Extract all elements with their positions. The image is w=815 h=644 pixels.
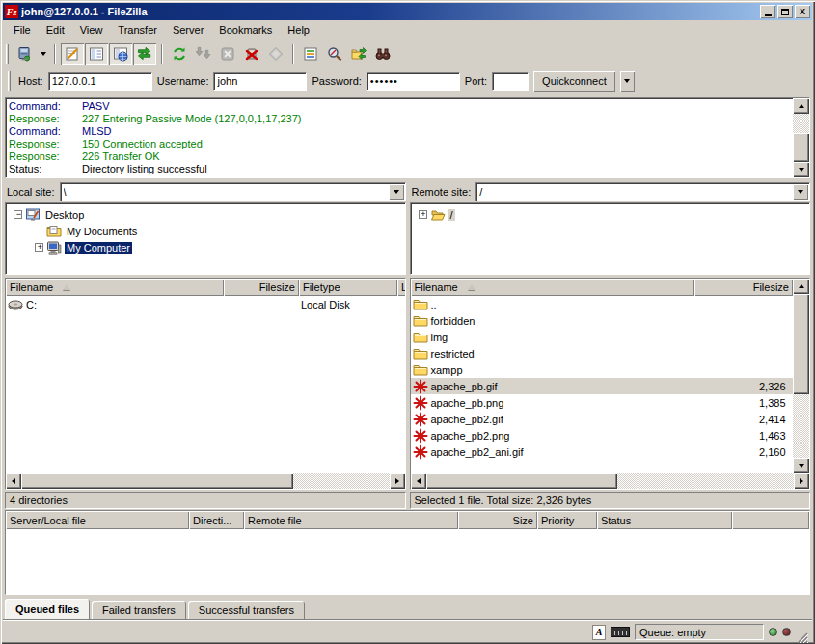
local-site-dropdown-button[interactable] xyxy=(389,184,404,200)
file-row-c-drive[interactable]: C: Local Disk xyxy=(6,296,405,312)
resize-grip[interactable] xyxy=(796,631,808,643)
username-input[interactable] xyxy=(213,72,307,91)
file-row[interactable]: apache_pb2.png1,463 xyxy=(411,427,794,443)
column-filename[interactable]: Filename xyxy=(6,279,224,296)
tab-failed-transfers[interactable]: Failed transfers xyxy=(92,601,186,619)
process-queue-button[interactable] xyxy=(192,43,215,65)
menu-help[interactable]: Help xyxy=(280,21,317,40)
file-row[interactable]: xampp xyxy=(411,362,794,378)
column-remote-file[interactable]: Remote file xyxy=(244,511,458,529)
tree-item-my-documents[interactable]: My Documents xyxy=(6,223,405,239)
encryption-indicator-icon xyxy=(611,627,630,637)
collapse-icon[interactable] xyxy=(14,210,22,219)
quickbar-grip[interactable] xyxy=(8,71,11,91)
cancel-button[interactable] xyxy=(216,43,239,65)
column-direction[interactable]: Directi... xyxy=(189,511,244,529)
log-scrollbar[interactable] xyxy=(793,98,809,177)
queue-header: Server/Local file Directi... Remote file… xyxy=(6,511,809,529)
scroll-left-button[interactable] xyxy=(411,473,426,489)
quickconnect-dropdown-button[interactable] xyxy=(620,71,635,92)
find-files-button[interactable] xyxy=(371,43,394,65)
log-line: Status:Directory listing successful xyxy=(9,163,792,175)
filter-button[interactable] xyxy=(299,43,322,65)
menu-file[interactable]: File xyxy=(6,21,39,40)
scrollbar-thumb[interactable] xyxy=(426,473,617,489)
column-filesize[interactable]: Filesize xyxy=(694,279,794,296)
local-site-combo[interactable] xyxy=(60,182,406,201)
my-computer-icon xyxy=(46,240,62,255)
scroll-down-button[interactable] xyxy=(793,458,809,473)
toggle-queue-button[interactable] xyxy=(133,43,156,65)
toolbar-separator xyxy=(161,44,163,64)
local-site-input[interactable] xyxy=(61,186,389,198)
abort-button[interactable] xyxy=(264,43,287,65)
scroll-up-button[interactable] xyxy=(793,279,809,294)
scrollbar-thumb[interactable] xyxy=(793,294,809,394)
scroll-right-button[interactable] xyxy=(390,473,405,489)
tree-item-root[interactable]: / xyxy=(411,206,810,223)
toggle-log-button[interactable] xyxy=(61,43,84,65)
menu-edit[interactable]: Edit xyxy=(39,21,72,40)
toggle-remote-tree-button[interactable] xyxy=(109,43,132,65)
file-row[interactable]: apache_pb2.gif2,414 xyxy=(411,411,794,427)
column-filename[interactable]: Filename xyxy=(411,279,694,296)
file-row[interactable]: .. xyxy=(411,296,794,312)
directory-comparison-button[interactable] xyxy=(323,43,346,65)
scroll-left-button[interactable] xyxy=(6,473,21,489)
app-icon[interactable]: Fz xyxy=(5,5,18,18)
menu-transfer[interactable]: Transfer xyxy=(110,21,165,40)
file-row[interactable]: restricted xyxy=(411,345,794,362)
refresh-button[interactable] xyxy=(168,43,191,65)
toggle-local-tree-button[interactable] xyxy=(85,43,108,65)
arrow-up-icon xyxy=(799,104,804,108)
minimize-button[interactable] xyxy=(760,5,775,18)
remote-h-scrollbar[interactable] xyxy=(411,473,810,489)
tab-queued-files[interactable]: Queued files xyxy=(5,599,90,619)
site-manager-button[interactable] xyxy=(13,43,36,65)
remote-v-scrollbar[interactable] xyxy=(793,279,809,473)
password-input[interactable] xyxy=(367,72,460,91)
column-last-modified[interactable]: L xyxy=(397,279,405,296)
titlebar[interactable]: Fz john@127.0.0.1 - FileZilla X xyxy=(3,3,812,20)
toolbar-grip[interactable] xyxy=(6,44,9,64)
remote-site-dropdown-button[interactable] xyxy=(793,184,808,200)
arrow-up-icon xyxy=(799,284,804,288)
port-input[interactable] xyxy=(492,72,529,91)
scroll-right-button[interactable] xyxy=(794,473,809,489)
queue-list[interactable] xyxy=(6,529,809,594)
remote-site-input[interactable] xyxy=(476,186,793,198)
tree-item-my-computer[interactable]: My Computer xyxy=(6,239,405,255)
synchronized-browsing-button[interactable] xyxy=(347,43,370,65)
column-filetype[interactable]: Filetype xyxy=(299,279,397,296)
expand-icon[interactable] xyxy=(419,210,427,219)
local-h-scrollbar[interactable] xyxy=(6,473,405,489)
file-row[interactable]: forbidden xyxy=(411,312,794,329)
host-input[interactable] xyxy=(48,72,152,91)
file-row[interactable]: apache_pb.png1,385 xyxy=(411,394,794,411)
menu-view[interactable]: View xyxy=(72,21,111,40)
menu-server[interactable]: Server xyxy=(165,21,211,40)
tab-successful-transfers[interactable]: Successful transfers xyxy=(188,601,305,619)
column-size[interactable]: Size xyxy=(458,511,537,529)
site-manager-dropdown-button[interactable] xyxy=(37,43,49,65)
menu-bookmarks[interactable]: Bookmarks xyxy=(211,21,280,40)
file-row[interactable]: apache_pb2_ani.gif2,160 xyxy=(411,443,794,460)
column-status[interactable]: Status xyxy=(597,511,732,529)
log-line: Command:PASV xyxy=(9,100,792,113)
disconnect-button[interactable] xyxy=(240,43,263,65)
scrollbar-thumb[interactable] xyxy=(21,473,293,489)
file-row[interactable]: img xyxy=(411,329,794,345)
column-server-local-file[interactable]: Server/Local file xyxy=(6,511,189,529)
scroll-down-button[interactable] xyxy=(793,162,809,177)
quickconnect-button[interactable]: Quickconnect xyxy=(533,71,615,92)
scroll-up-button[interactable] xyxy=(793,98,809,114)
scrollbar-thumb[interactable] xyxy=(793,133,809,162)
file-row-selected[interactable]: apache_pb.gif2,326 xyxy=(411,378,794,394)
close-button[interactable]: X xyxy=(795,5,810,18)
column-priority[interactable]: Priority xyxy=(537,511,597,529)
maximize-button[interactable] xyxy=(777,5,793,18)
remote-site-combo[interactable] xyxy=(475,182,810,201)
column-filesize[interactable]: Filesize xyxy=(224,279,299,296)
tree-item-desktop[interactable]: Desktop xyxy=(6,206,405,223)
expand-icon[interactable] xyxy=(35,243,43,252)
